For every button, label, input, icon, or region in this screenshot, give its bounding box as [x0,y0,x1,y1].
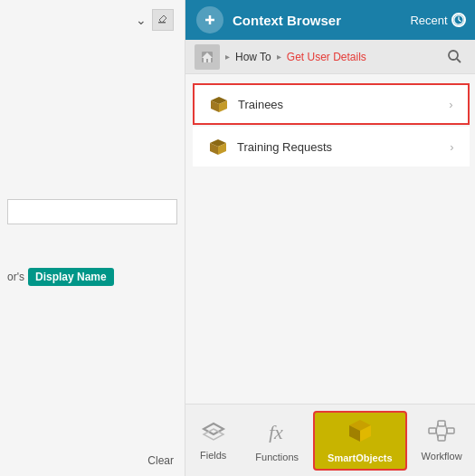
home-icon [201,51,214,63]
functions-label: Functions [255,452,299,462]
breadcrumb-home[interactable] [195,44,220,70]
svg-rect-24 [438,435,445,441]
training-requests-chevron: › [450,140,453,154]
cb-title: Context Browser [233,13,401,28]
clear-button[interactable]: Clear [147,454,174,467]
search-icon [448,50,461,63]
trainees-chevron: › [449,98,452,111]
toolbar-fields[interactable]: Fields [185,414,241,468]
svg-line-28 [445,424,447,431]
toolbar-workflow[interactable]: Workflow [407,413,475,469]
smartobjects-icon [346,418,375,449]
trainees-icon [209,94,229,114]
breadcrumb-separator-2: ▸ [277,52,281,62]
svg-rect-23 [438,421,445,426]
dropdown-icon[interactable]: ⌄ [136,13,147,27]
svg-text:fx: fx [269,421,283,443]
prefix-label: or's [7,271,24,283]
left-middle: or's Display Name [7,199,177,286]
smartobjects-label: SmartObjects [328,452,393,463]
edit-icon[interactable] [152,9,174,31]
svg-rect-25 [447,428,454,433]
breadcrumb-getuserdetails[interactable]: Get User Details [283,49,370,65]
recent-button[interactable]: Recent [410,13,465,27]
fields-icon [201,421,226,446]
toolbar-smartobjects[interactable]: SmartObjects [313,411,407,471]
display-name-row: or's Display Name [7,268,177,286]
fields-label: Fields [200,450,226,461]
add-button[interactable] [196,6,223,33]
svg-line-26 [436,424,438,431]
toolbar-functions[interactable]: fx Functions [241,412,313,470]
workflow-label: Workflow [422,451,462,462]
list-item-trainees[interactable]: Trainees › [193,83,470,125]
training-requests-label: Training Requests [237,140,450,154]
svg-line-9 [457,59,461,62]
svg-point-8 [449,51,458,60]
training-requests-icon [208,137,228,157]
svg-line-29 [445,431,447,438]
breadcrumb: ▸ How To ▸ Get User Details [185,40,475,74]
search-button[interactable] [442,44,468,70]
svg-rect-22 [429,428,436,433]
recent-label: Recent [410,14,447,27]
cb-list: Trainees › Training Requests › [185,74,475,404]
cb-toolbar: Fields fx Functions SmartObjects [185,404,475,476]
svg-line-5 [459,20,461,22]
workflow-icon [428,420,455,447]
left-panel: ⌄ or's Display Name Clear [0,0,185,476]
clock-icon [451,13,466,27]
context-browser: Context Browser Recent ▸ How To ▸ Get Us… [185,0,475,476]
input-field-1[interactable] [7,199,177,224]
cb-header: Context Browser Recent [185,0,475,40]
breadcrumb-separator-1: ▸ [225,52,230,62]
trainees-label: Trainees [238,98,449,111]
svg-line-27 [436,431,438,438]
list-item-training-requests[interactable]: Training Requests › [193,127,470,167]
left-top-controls: ⌄ [7,9,177,31]
display-name-badge[interactable]: Display Name [28,268,114,286]
left-bottom: Clear [7,454,177,467]
functions-icon: fx [265,419,289,448]
breadcrumb-howto[interactable]: How To [232,49,275,65]
